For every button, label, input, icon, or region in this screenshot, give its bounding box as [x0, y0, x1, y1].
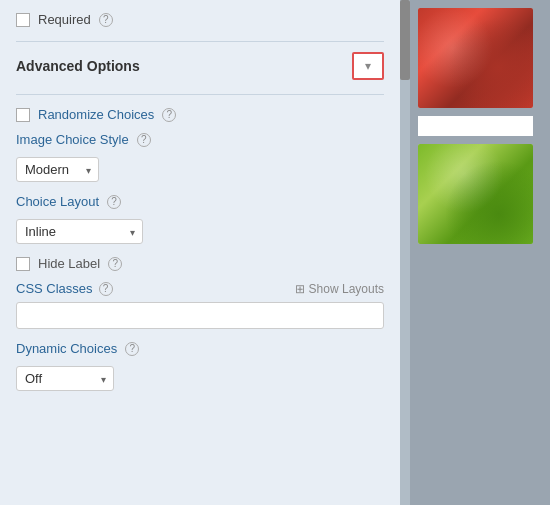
- dynamic-choices-select[interactable]: Off Post Type Taxonomy: [16, 366, 114, 391]
- image-choice-style-help-icon[interactable]: ?: [137, 133, 151, 147]
- strawberry-thumbnail: [418, 8, 533, 108]
- left-panel: Required ? Advanced Options ▾ Randomize …: [0, 0, 400, 505]
- divider-required: [16, 41, 384, 42]
- choice-layout-row: Choice Layout ?: [16, 194, 384, 209]
- pear-image: [418, 144, 533, 244]
- image-choice-style-select-wrapper: Modern Classic None ▾: [16, 157, 99, 182]
- image-choice-style-select[interactable]: Modern Classic None: [16, 157, 99, 182]
- strawberry-image: [418, 8, 533, 108]
- randomize-choices-row: Randomize Choices ?: [16, 107, 384, 122]
- image-choice-style-label: Image Choice Style: [16, 132, 129, 147]
- show-layouts-button[interactable]: ⊞ Show Layouts: [295, 282, 384, 296]
- hide-label-checkbox[interactable]: [16, 257, 30, 271]
- css-classes-left: CSS Classes ?: [16, 281, 113, 296]
- right-panel: [400, 0, 550, 505]
- image-choice-style-row: Image Choice Style ?: [16, 132, 384, 147]
- hide-label-help-icon[interactable]: ?: [108, 257, 122, 271]
- css-classes-label: CSS Classes: [16, 281, 93, 296]
- dynamic-choices-select-wrapper: Off Post Type Taxonomy ▾: [16, 366, 114, 391]
- dynamic-choices-row: Dynamic Choices ?: [16, 341, 384, 356]
- advanced-options-toggle-button[interactable]: ▾: [352, 52, 384, 80]
- section-divider: [16, 94, 384, 95]
- required-row: Required ?: [16, 12, 384, 27]
- choice-layout-select-wrapper: Inline Two Columns Three Columns ▾: [16, 219, 143, 244]
- hide-label-row: Hide Label ?: [16, 256, 384, 271]
- scrollbar-thumb[interactable]: [400, 0, 410, 80]
- show-layouts-label: Show Layouts: [309, 282, 384, 296]
- dynamic-choices-label: Dynamic Choices: [16, 341, 117, 356]
- choice-layout-label: Choice Layout: [16, 194, 99, 209]
- randomize-help-icon[interactable]: ?: [162, 108, 176, 122]
- advanced-options-header: Advanced Options ▾: [16, 52, 384, 80]
- css-classes-input[interactable]: [16, 302, 384, 329]
- required-help-icon[interactable]: ?: [99, 13, 113, 27]
- chevron-down-icon: ▾: [365, 59, 371, 73]
- scrollbar-track: [400, 0, 410, 505]
- dynamic-choices-help-icon[interactable]: ?: [125, 342, 139, 356]
- required-checkbox[interactable]: [16, 13, 30, 27]
- css-classes-header: CSS Classes ? ⊞ Show Layouts: [16, 281, 384, 296]
- choice-layout-help-icon[interactable]: ?: [107, 195, 121, 209]
- grid-icon: ⊞: [295, 282, 305, 296]
- choice-layout-select[interactable]: Inline Two Columns Three Columns: [16, 219, 143, 244]
- hide-label-label: Hide Label: [38, 256, 100, 271]
- required-label: Required: [38, 12, 91, 27]
- randomize-choices-label: Randomize Choices: [38, 107, 154, 122]
- pear-thumbnail: [418, 144, 533, 244]
- css-classes-help-icon[interactable]: ?: [99, 282, 113, 296]
- css-classes-section: CSS Classes ? ⊞ Show Layouts: [16, 281, 384, 329]
- randomize-choices-checkbox[interactable]: [16, 108, 30, 122]
- image-spacer: [418, 116, 533, 136]
- advanced-options-title: Advanced Options: [16, 58, 140, 74]
